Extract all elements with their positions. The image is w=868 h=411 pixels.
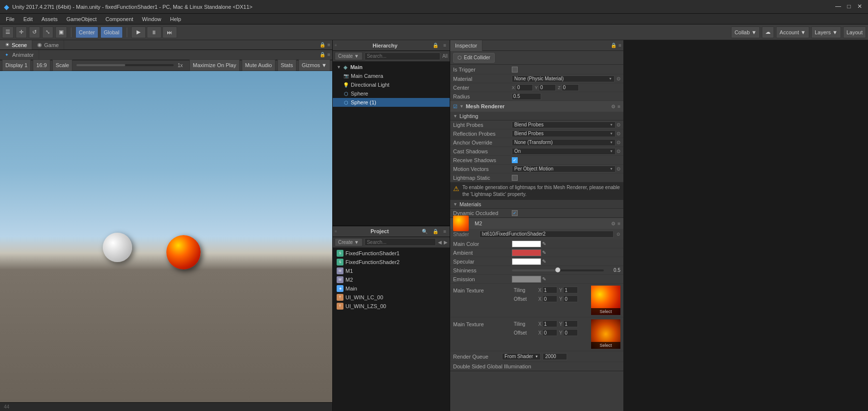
project-nav-forward[interactable]: ▶ (444, 240, 448, 245)
hierarchy-item-sphere[interactable]: ⬡ Sphere (333, 89, 450, 98)
menu-gameobject[interactable]: GameObject (63, 15, 101, 23)
tiling-2-x-input[interactable]: 1 (543, 320, 557, 327)
animator-panel-lock[interactable]: 🔒 (320, 52, 325, 57)
center-z-input[interactable]: 0 (562, 84, 579, 91)
center-y-input[interactable]: 0 (539, 84, 556, 91)
tab-game[interactable]: ◉ Game (32, 40, 64, 49)
maximize-on-play[interactable]: Maximize On Play (189, 59, 240, 71)
tab-inspector[interactable]: Inspector (450, 40, 482, 51)
light-probes-dropdown[interactable]: Blend Probes (512, 121, 616, 128)
collab-button[interactable]: Collab ▼ (731, 26, 760, 38)
inspector-lock-icon[interactable]: 🔒 (611, 43, 617, 48)
scale-slider[interactable] (76, 64, 174, 66)
tool-rotate[interactable]: ↺ (29, 26, 40, 38)
project-item-ui-lzs[interactable]: T UI_WIN_LZS_00 (333, 302, 450, 311)
tiling-2-y-input[interactable]: 1 (563, 320, 578, 327)
is-trigger-checkbox[interactable] (512, 67, 518, 73)
tab-scene[interactable]: ☀ Scene (0, 40, 32, 49)
project-search-input[interactable] (365, 238, 436, 246)
lighting-foldout[interactable]: ▼ Lighting (450, 112, 623, 121)
offset-1-y-input[interactable]: 0 (563, 295, 578, 302)
mute-audio[interactable]: Mute Audio (242, 59, 275, 71)
tool-move[interactable]: ✛ (16, 26, 27, 38)
tool-hand[interactable]: ☰ (2, 26, 14, 38)
mesh-renderer-header[interactable]: ☑ ▼ Mesh Renderer ⚙ ≡ (450, 101, 623, 112)
hierarchy-menu[interactable]: ≡ (442, 42, 448, 48)
ambient-color-swatch[interactable] (512, 249, 541, 256)
material-menu-icon[interactable]: ≡ (617, 221, 620, 226)
project-menu[interactable]: ≡ (442, 228, 448, 235)
texture-1-select-button[interactable]: Select (591, 308, 620, 315)
project-nav-back[interactable]: ◀ (438, 240, 442, 245)
cast-shadows-dropdown[interactable]: On (512, 148, 616, 155)
ratio-selector[interactable]: 16:9 (33, 59, 50, 71)
collider-material-add-icon[interactable]: ⊙ (617, 76, 620, 81)
play-button[interactable]: ▶ (131, 26, 146, 38)
materials-foldout[interactable]: ▼ Materials (450, 200, 623, 209)
render-queue-value[interactable]: 2000 (543, 353, 567, 360)
gizmos-button[interactable]: Gizmos ▼ (298, 59, 330, 71)
hierarchy-lock[interactable]: 🔒 (431, 42, 440, 48)
menu-window[interactable]: Window (138, 15, 165, 23)
cast-shadows-add-icon[interactable]: ⊙ (617, 148, 620, 154)
shader-dropdown-icon[interactable]: ⊙ (617, 232, 620, 237)
maximize-button[interactable]: □ (845, 2, 853, 11)
reflection-probes-dropdown[interactable]: Blend Probes (512, 130, 616, 137)
hierarchy-create-button[interactable]: Create ▼ (335, 52, 363, 60)
display-selector[interactable]: Display 1 (2, 59, 31, 71)
layout-button[interactable]: Layout (843, 26, 866, 38)
offset-2-y-input[interactable]: 0 (563, 329, 578, 336)
close-button[interactable]: ✕ (855, 2, 864, 11)
animator-panel-menu[interactable]: ≡ (327, 52, 330, 57)
texture-2-select-button[interactable]: Select (591, 342, 620, 349)
collider-radius-input[interactable]: 0.5 (512, 93, 541, 100)
project-lock[interactable]: 🔒 (431, 228, 440, 235)
menu-help[interactable]: Help (166, 15, 185, 23)
render-queue-source[interactable]: From Shader (502, 353, 541, 360)
lightmap-static-checkbox[interactable] (512, 175, 518, 181)
edit-collider-button[interactable]: ⬡ Edit Collider (453, 53, 495, 63)
center-button[interactable]: Center (75, 26, 98, 38)
emission-color-edit-icon[interactable]: ✎ (542, 276, 546, 282)
shader-value[interactable]: lxt610/FixedFunctionShader2 (480, 231, 614, 238)
tool-rect[interactable]: ▣ (55, 26, 67, 38)
project-item-ui-lc[interactable]: T UI_WIN_LC_00 (333, 293, 450, 302)
specular-color-swatch[interactable] (512, 258, 541, 265)
tiling-1-x-input[interactable]: 1 (543, 287, 557, 293)
inspector-menu-icon[interactable]: ≡ (618, 43, 621, 48)
project-item-main[interactable]: ◈ Main (333, 284, 450, 293)
hierarchy-item-main-camera[interactable]: 📷 Main Camera (333, 72, 450, 80)
project-create-button[interactable]: Create ▼ (335, 238, 363, 246)
motion-vectors-dropdown[interactable]: Per Object Motion (512, 166, 616, 172)
hierarchy-item-main[interactable]: ▼ ◈ Main (333, 63, 450, 72)
project-search-btn[interactable]: 🔍 (420, 228, 429, 235)
pause-button[interactable]: ⏸ (147, 26, 161, 38)
material-settings-icon[interactable]: ⚙ (611, 221, 616, 226)
menu-component[interactable]: Component (101, 15, 137, 23)
scene-panel-lock[interactable]: 🔒 (320, 42, 325, 48)
project-item-shader1[interactable]: S FixedFunctionShader1 (333, 249, 450, 258)
anchor-override-add-icon[interactable]: ⊙ (617, 140, 620, 145)
motion-vectors-add-icon[interactable]: ⊙ (617, 166, 620, 171)
hierarchy-item-sphere-1[interactable]: ⬡ Sphere (1) (333, 98, 450, 107)
light-probes-add-icon[interactable]: ⊙ (617, 122, 620, 127)
hierarchy-item-directional-light[interactable]: 💡 Directional Light (333, 80, 450, 89)
project-item-shader2[interactable]: S FixedFunctionShader2 (333, 258, 450, 266)
tiling-1-y-input[interactable]: 1 (563, 287, 578, 293)
main-color-swatch[interactable] (512, 241, 541, 247)
specular-color-edit-icon[interactable]: ✎ (542, 259, 546, 264)
material-header[interactable]: M2 ⚙ ≡ (450, 218, 623, 229)
scene-panel-menu[interactable]: ≡ (327, 42, 330, 48)
collider-material-dropdown[interactable]: None (Physic Material) (512, 75, 615, 82)
offset-2-x-input[interactable]: 0 (543, 329, 557, 336)
shininess-thumb[interactable] (555, 267, 560, 272)
mesh-renderer-checkbox[interactable]: ☑ (453, 104, 457, 109)
layers-button[interactable]: Layers ▼ (811, 26, 841, 38)
step-button[interactable]: ⏭ (162, 26, 177, 38)
stats-button[interactable]: Stats (277, 59, 297, 71)
menu-file[interactable]: File (2, 15, 19, 23)
menu-edit[interactable]: Edit (20, 15, 37, 23)
mesh-renderer-settings-icon[interactable]: ⚙ (611, 104, 616, 109)
tool-scale[interactable]: ⤡ (42, 26, 53, 38)
cloud-button[interactable]: ☁ (762, 26, 774, 38)
